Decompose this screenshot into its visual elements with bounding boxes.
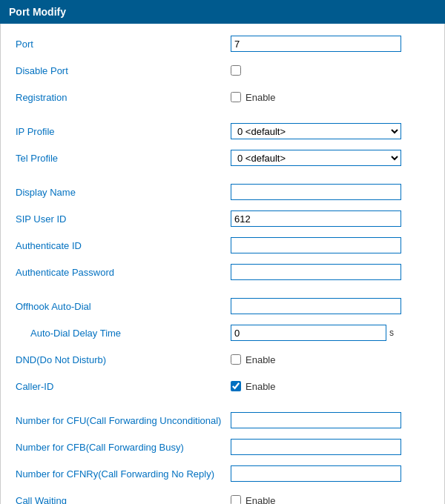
sip-user-id-row: SIP User ID <box>16 209 429 228</box>
disable-port-row: Disable Port <box>16 61 429 80</box>
disable-port-checkbox-wrap <box>231 65 241 76</box>
authenticate-password-input[interactable] <box>231 264 401 280</box>
display-name-label: Display Name <box>16 187 231 198</box>
cfnry-input[interactable] <box>231 465 401 482</box>
offhook-auto-dial-label: Offhook Auto-Dial <box>16 301 231 312</box>
ip-profile-row: IP Profile 0 <default> <box>16 122 429 141</box>
page-title: Port Modify <box>9 6 66 18</box>
dnd-checkbox-wrap: Enable <box>231 354 275 365</box>
tel-profile-label: Tel Profile <box>16 153 231 164</box>
offhook-auto-dial-input[interactable] <box>231 298 401 314</box>
tel-profile-row: Tel Profile 0 <default> <box>16 148 429 168</box>
offhook-auto-dial-row: Offhook Auto-Dial <box>16 296 429 316</box>
ip-profile-label: IP Profile <box>16 126 231 137</box>
caller-id-checkbox-wrap: Enable <box>231 381 275 392</box>
caller-id-label: Caller-ID <box>16 381 231 392</box>
caller-id-checkbox[interactable] <box>231 381 241 391</box>
authenticate-id-input[interactable] <box>231 237 401 253</box>
cfb-label: Number for CFB(Call Forwarding Busy) <box>16 442 231 453</box>
display-name-row: Display Name <box>16 182 429 202</box>
form-container: Port Disable Port Registration Enable IP… <box>0 24 445 504</box>
dnd-row: DND(Do Not Disturb) Enable <box>16 350 429 369</box>
auto-dial-delay-label: Auto-Dial Delay Time <box>16 328 231 339</box>
port-input[interactable] <box>231 36 401 52</box>
dnd-checkbox[interactable] <box>231 354 241 365</box>
disable-port-checkbox[interactable] <box>231 65 241 76</box>
authenticate-password-label: Authenticate Password <box>16 267 231 278</box>
tel-profile-select[interactable]: 0 <default> <box>231 150 401 166</box>
auto-dial-delay-row: Auto-Dial Delay Time s <box>16 323 429 342</box>
call-waiting-checkbox[interactable] <box>231 495 241 504</box>
registration-checkbox[interactable] <box>231 92 241 102</box>
port-label: Port <box>16 39 231 50</box>
cfnry-label: Number for CFNRy(Call Forwarding No Repl… <box>16 468 231 480</box>
ip-profile-select[interactable]: 0 <default> <box>231 123 401 139</box>
caller-id-row: Caller-ID Enable <box>16 377 429 396</box>
authenticate-id-label: Authenticate ID <box>16 240 231 251</box>
cfnry-row: Number for CFNRy(Call Forwarding No Repl… <box>16 464 429 483</box>
auto-dial-unit-label: s <box>389 328 394 338</box>
caller-id-enable-label: Enable <box>245 381 275 392</box>
cfu-label: Number for CFU(Call Forwarding Unconditi… <box>16 415 231 426</box>
port-row: Port <box>16 34 429 53</box>
cfb-input[interactable] <box>231 439 401 455</box>
registration-enable-label: Enable <box>245 92 275 103</box>
disable-port-label: Disable Port <box>16 65 231 76</box>
call-waiting-enable-label: Enable <box>245 495 275 505</box>
authenticate-password-row: Authenticate Password <box>16 262 429 282</box>
call-waiting-checkbox-wrap: Enable <box>231 495 275 505</box>
registration-row: Registration Enable <box>16 87 429 107</box>
sip-user-id-label: SIP User ID <box>16 213 231 225</box>
title-bar: Port Modify <box>0 0 445 24</box>
call-waiting-row: Call Waiting Enable <box>16 491 429 504</box>
dnd-enable-label: Enable <box>245 354 275 365</box>
authenticate-id-row: Authenticate ID <box>16 236 429 255</box>
call-waiting-label: Call Waiting <box>16 495 231 505</box>
auto-dial-delay-input[interactable] <box>231 325 386 341</box>
registration-checkbox-wrap: Enable <box>231 92 275 103</box>
cfb-row: Number for CFB(Call Forwarding Busy) <box>16 437 429 457</box>
cfu-row: Number for CFU(Call Forwarding Unconditi… <box>16 411 429 430</box>
auto-dial-delay-wrap: s <box>231 325 394 341</box>
registration-label: Registration <box>16 92 231 103</box>
sip-user-id-input[interactable] <box>231 210 401 227</box>
dnd-label: DND(Do Not Disturb) <box>16 354 231 365</box>
cfu-input[interactable] <box>231 412 401 428</box>
display-name-input[interactable] <box>231 184 401 200</box>
